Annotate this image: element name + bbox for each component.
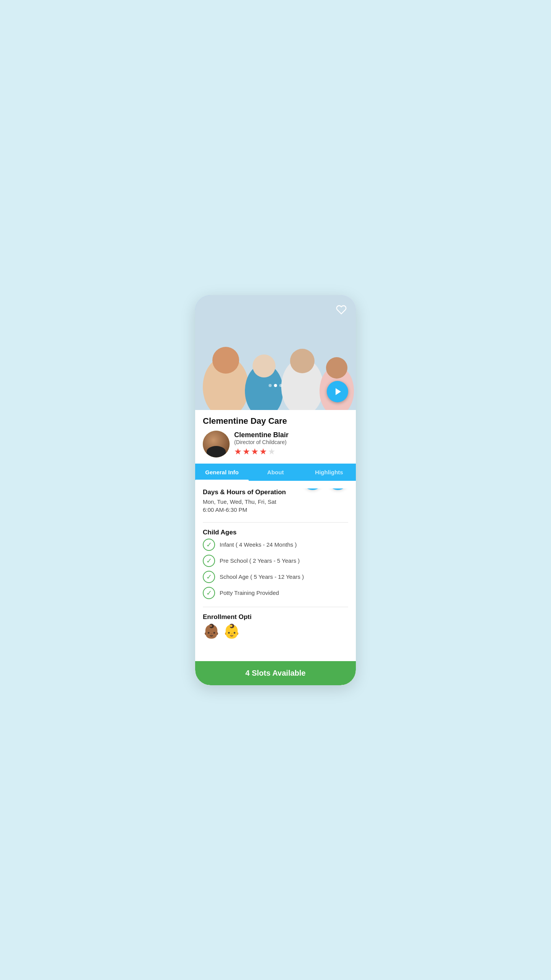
child-ages-title: Child Ages	[203, 529, 348, 536]
check-icon-0: ✓	[203, 539, 215, 551]
star-2: ★	[243, 447, 250, 457]
age-item-3: ✓ Potty Training Provided	[203, 587, 348, 599]
main-content: Days & Hours of Operation Mon, Tue, Wed,…	[195, 481, 356, 685]
avatar	[203, 431, 230, 457]
age-item-1: ✓ Pre School ( 2 Years - 5 Years )	[203, 555, 348, 567]
check-icon-3: ✓	[203, 587, 215, 599]
star-1: ★	[234, 447, 242, 457]
provider-profile: Clementine Blair (Director of Childcare)…	[203, 431, 348, 457]
hours-time: 6:00 AM-6:30 PM	[203, 506, 348, 513]
provider-details: Clementine Blair (Director of Childcare)…	[234, 431, 348, 457]
director-role: (Director of Childcare)	[234, 439, 348, 445]
contact-buttons	[302, 488, 348, 490]
tab-navigation: General Info About Highlights	[195, 464, 356, 481]
star-5: ★	[268, 447, 276, 457]
divider-1	[203, 522, 348, 523]
age-item-2: ✓ School Age ( 5 Years - 12 Years )	[203, 571, 348, 583]
phone-frame: Clementine Day Care Clementine Blair (Di…	[195, 295, 356, 685]
emoji-row: 👶🏾 👶	[203, 623, 348, 639]
play-button[interactable]	[327, 381, 348, 402]
carousel-dots	[269, 384, 282, 387]
tab-highlights[interactable]: Highlights	[302, 464, 356, 481]
tab-about[interactable]: About	[249, 464, 302, 481]
avatar-image	[203, 431, 230, 457]
hours-days: Mon, Tue, Wed, Thu, Fri, Sat	[203, 498, 348, 505]
director-name: Clementine Blair	[234, 431, 348, 439]
provider-section: Clementine Day Care Clementine Blair (Di…	[195, 410, 356, 464]
dot-2[interactable]	[274, 384, 277, 387]
age-label-0: Infant ( 4 Weeks - 24 Months )	[220, 541, 297, 548]
check-icon-2: ✓	[203, 571, 215, 583]
daycare-name: Clementine Day Care	[203, 416, 348, 426]
check-icon-1: ✓	[203, 555, 215, 567]
svg-marker-0	[336, 388, 341, 395]
star-4: ★	[259, 447, 267, 457]
enrollment-section: Enrollment Opti 👶🏾 👶	[203, 613, 348, 639]
hero-image	[195, 295, 356, 410]
call-button[interactable]	[302, 488, 323, 490]
message-button[interactable]	[328, 488, 348, 490]
slots-available-button[interactable]: 4 Slots Available	[195, 661, 356, 685]
favorite-button[interactable]	[334, 303, 348, 317]
age-label-2: School Age ( 5 Years - 12 Years )	[220, 573, 304, 580]
rating-stars: ★ ★ ★ ★ ★	[234, 447, 348, 457]
dot-3[interactable]	[279, 384, 282, 387]
age-item-0: ✓ Infant ( 4 Weeks - 24 Months )	[203, 539, 348, 551]
play-icon	[334, 387, 343, 396]
baby-emoji-1: 👶🏾	[203, 623, 220, 639]
child-ages-section: Child Ages ✓ Infant ( 4 Weeks - 24 Month…	[203, 529, 348, 599]
enrollment-title: Enrollment Opti	[203, 613, 348, 621]
tab-general-info[interactable]: General Info	[195, 464, 249, 481]
age-label-3: Potty Training Provided	[220, 590, 279, 596]
hours-section: Days & Hours of Operation Mon, Tue, Wed,…	[203, 488, 348, 514]
baby-emoji-2: 👶	[223, 623, 240, 639]
star-3: ★	[251, 447, 259, 457]
age-label-1: Pre School ( 2 Years - 5 Years )	[220, 557, 300, 564]
dot-1[interactable]	[269, 384, 272, 387]
heart-icon	[336, 304, 347, 315]
divider-2	[203, 607, 348, 607]
